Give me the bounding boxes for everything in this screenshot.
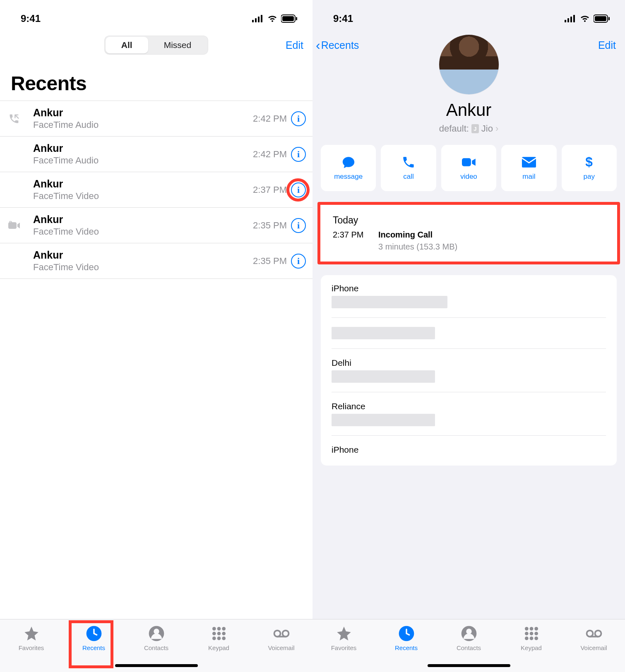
- svg-point-11: [212, 627, 216, 631]
- info-button[interactable]: i: [291, 218, 306, 233]
- svg-point-42: [525, 636, 529, 640]
- svg-rect-29: [608, 17, 610, 20]
- svg-rect-25: [570, 17, 572, 22]
- chevron-right-icon: ›: [495, 123, 498, 134]
- call-subtitle: FaceTime Video: [33, 191, 253, 202]
- call-name: Ankur: [33, 107, 253, 119]
- call-name: Ankur: [33, 178, 253, 190]
- phone-recents-list: 9:41 All Missed Edit Recents Ankur FaceT…: [0, 0, 312, 672]
- svg-point-10: [154, 629, 159, 634]
- call-time: 2:35 PM: [253, 220, 287, 231]
- svg-rect-1: [255, 18, 257, 22]
- home-indicator: [428, 664, 510, 667]
- contact-name: Ankur: [323, 100, 614, 120]
- video-icon: [462, 155, 476, 169]
- call-time: 2:42 PM: [253, 113, 287, 124]
- tab-voicemail[interactable]: Voicemail: [562, 619, 625, 672]
- call-name: Ankur: [33, 249, 253, 261]
- edit-button[interactable]: Edit: [286, 39, 303, 51]
- svg-point-40: [529, 632, 533, 636]
- svg-point-12: [217, 627, 221, 631]
- svg-point-16: [222, 632, 226, 636]
- contact-actions: message call video mail $ pay: [312, 145, 625, 191]
- call-name: Ankur: [33, 214, 253, 226]
- today-heading: Today: [333, 215, 605, 226]
- svg-point-39: [525, 632, 529, 636]
- back-button[interactable]: ‹ Recents: [316, 38, 359, 52]
- call-row[interactable]: Ankur FaceTime Video 2:35 PM i: [0, 243, 312, 279]
- status-time: 9:41: [21, 13, 41, 24]
- svg-rect-24: [567, 18, 569, 22]
- svg-point-38: [534, 627, 538, 631]
- svg-rect-3: [261, 15, 262, 22]
- nav-row: All Missed Edit: [0, 32, 312, 58]
- status-indicators: [252, 14, 298, 23]
- call-row[interactable]: Ankur FaceTime Audio 2:42 PM i: [0, 101, 312, 136]
- svg-point-14: [212, 632, 216, 636]
- svg-point-45: [587, 631, 593, 637]
- voicemail-icon: [273, 625, 290, 642]
- person-icon: [461, 625, 477, 642]
- tab-favorites[interactable]: Favorites: [312, 619, 375, 672]
- phone-contact-detail: 9:41 ‹ Recents Edit Ankur default: J Jio…: [312, 0, 625, 672]
- tab-bar: Favorites Recents Contacts Keypad Voicem…: [312, 619, 625, 672]
- keypad-icon: [523, 625, 540, 642]
- svg-point-35: [466, 629, 471, 634]
- svg-rect-7: [8, 222, 17, 229]
- info-button[interactable]: i: [291, 254, 306, 269]
- filter-segmented-control: All Missed: [104, 36, 208, 55]
- svg-rect-2: [258, 17, 260, 22]
- call-log-detail: 3 minutes (153.3 MB): [378, 242, 457, 252]
- mail-icon: [522, 155, 536, 169]
- chevron-left-icon: ‹: [316, 38, 320, 52]
- outgoing-video-icon: [11, 221, 33, 230]
- svg-rect-30: [462, 158, 471, 166]
- status-bar: 9:41: [0, 0, 312, 32]
- phone-label: iPhone: [332, 283, 606, 293]
- page-title: Recents: [0, 58, 312, 101]
- status-bar: 9:41: [312, 0, 625, 32]
- home-indicator: [115, 664, 198, 667]
- default-sim-selector[interactable]: default: J Jio ›: [323, 123, 614, 134]
- redacted-value: [332, 370, 435, 383]
- svg-point-19: [222, 636, 226, 640]
- action-mail[interactable]: mail: [501, 145, 556, 191]
- call-log-type: Incoming Call: [378, 230, 457, 240]
- status-time: 9:41: [333, 13, 353, 24]
- action-pay[interactable]: $ pay: [562, 145, 617, 191]
- edit-button[interactable]: Edit: [598, 39, 616, 51]
- sim-badge-icon: J: [471, 124, 479, 133]
- cellular-icon: [565, 15, 576, 22]
- info-button[interactable]: i: [291, 147, 306, 162]
- phone-label: iPhone: [332, 445, 606, 455]
- battery-icon: [281, 14, 298, 23]
- tab-favorites[interactable]: Favorites: [0, 619, 62, 672]
- action-call[interactable]: call: [381, 145, 436, 191]
- call-log-today-card: Today 2:37 PM Incoming Call 3 minutes (1…: [317, 202, 620, 264]
- action-video[interactable]: video: [441, 145, 496, 191]
- call-row[interactable]: Ankur FaceTime Video 2:35 PM i: [0, 207, 312, 243]
- call-row[interactable]: Ankur FaceTime Audio 2:42 PM i: [0, 136, 312, 172]
- svg-point-13: [222, 627, 226, 631]
- call-log-time: 2:37 PM: [333, 230, 373, 252]
- action-message[interactable]: message: [321, 145, 376, 191]
- redacted-value: [332, 296, 447, 308]
- info-button[interactable]: i: [291, 182, 306, 197]
- segment-missed[interactable]: Missed: [148, 37, 207, 53]
- svg-point-46: [595, 631, 601, 637]
- svg-point-44: [534, 636, 538, 640]
- call-time: 2:42 PM: [253, 149, 287, 160]
- svg-point-37: [529, 627, 533, 631]
- tab-voicemail[interactable]: Voicemail: [250, 619, 312, 672]
- segment-all[interactable]: All: [106, 37, 148, 53]
- svg-point-21: [282, 631, 288, 637]
- info-button[interactable]: i: [291, 111, 306, 126]
- svg-rect-0: [252, 20, 254, 22]
- svg-text:$: $: [586, 155, 593, 169]
- star-icon: [23, 625, 40, 642]
- call-subtitle: FaceTime Audio: [33, 120, 253, 130]
- message-icon: [341, 155, 356, 169]
- dollar-icon: $: [582, 155, 596, 169]
- nav-row: ‹ Recents Edit: [312, 32, 625, 58]
- call-row[interactable]: Ankur FaceTime Video 2:37 PM i: [0, 172, 312, 207]
